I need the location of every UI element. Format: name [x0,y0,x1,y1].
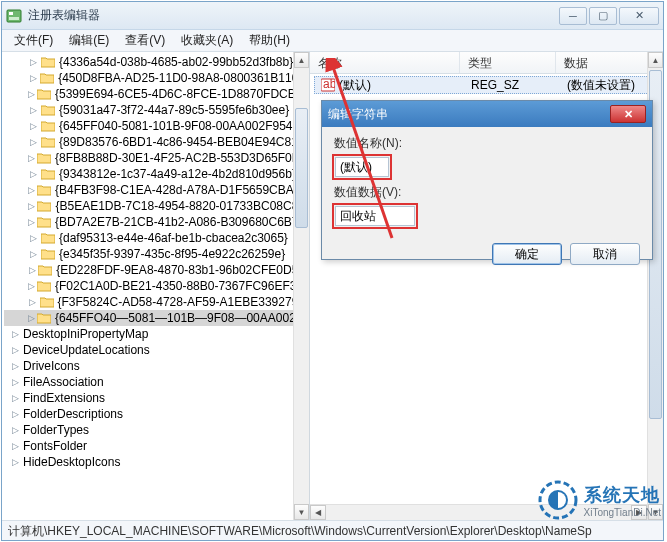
value-row-default[interactable]: ab (默认) REG_SZ (数值未设置) [314,76,659,94]
expand-icon[interactable]: ▷ [10,377,21,388]
tree-item[interactable]: ▷FileAssociation [4,374,309,390]
expand-icon[interactable]: ▷ [28,217,35,228]
tree-item-label: DeviceUpdateLocations [23,343,150,357]
folder-icon [37,88,51,100]
folder-icon [41,232,55,244]
tree-item[interactable]: ▷{450D8FBA-AD25-11D0-98A8-0800361B1103} [4,70,309,86]
scroll-up-icon[interactable]: ▲ [294,52,309,68]
tree-item[interactable]: ▷{8FB8B88D-30E1-4F25-AC2B-553D3D65F0EA} [4,150,309,166]
col-type[interactable]: 类型 [460,52,556,73]
tree-item[interactable]: ▷{645FF040-5081-101B-9F08-00AA002F954E} [4,118,309,134]
cancel-button[interactable]: 取消 [570,243,640,265]
tree-item[interactable]: ▷{F02C1A0D-BE21-4350-88B0-7367FC96EF3C} [4,278,309,294]
expand-icon[interactable]: ▷ [10,329,21,340]
tree-item[interactable]: ▷{e345f35f-9397-435c-8f95-4e922c26259e} [4,246,309,262]
tree-item[interactable]: ▷{ED228FDF-9EA8-4870-83b1-96b02CFE0D52} [4,262,309,278]
expand-icon[interactable]: ▷ [28,297,38,308]
tree-item[interactable]: ▷{645FFO40—5081—101B—9F08—00AA002F954E} [4,310,309,326]
string-value-icon: ab [321,78,335,92]
tree-item-label: {F02C1A0D-BE21-4350-88B0-7367FC96EF3C} [55,279,309,293]
tree-item[interactable]: ▷{B4FB3F98-C1EA-428d-A78A-D1F5659CBA93} [4,182,309,198]
tree-item[interactable]: ▷{B5EAE1DB-7C18-4954-8820-01733BC08C82} [4,198,309,214]
tree-item-label: {9343812e-1c37-4a49-a12e-4b2d810d956b} [59,167,296,181]
expand-icon[interactable]: ▷ [28,137,39,148]
tree-item[interactable]: ▷DriveIcons [4,358,309,374]
tree-item[interactable]: ▷{59031a47-3f72-44a7-89c5-5595fe6b30ee} [4,102,309,118]
tree-item-label: FileAssociation [23,375,104,389]
dialog-close-button[interactable]: ✕ [610,105,646,123]
expand-icon[interactable]: ▷ [10,393,21,404]
expand-icon[interactable]: ▷ [28,153,35,164]
svg-text:ab: ab [323,78,335,91]
folder-icon [37,152,51,164]
expand-icon[interactable]: ▷ [28,73,38,84]
expand-icon[interactable]: ▷ [28,57,39,68]
tree-item[interactable]: ▷{5399E694-6CE5-4D6C-8FCE-1D8870FDCBA0} [4,86,309,102]
tree-item[interactable]: ▷FolderTypes [4,422,309,438]
expand-icon[interactable]: ▷ [28,281,35,292]
tree-item[interactable]: ▷DeviceUpdateLocations [4,342,309,358]
expand-icon[interactable]: ▷ [10,425,21,436]
tree-item[interactable]: ▷{4336a54d-038b-4685-ab02-99bb52d3fb8b} [4,54,309,70]
ok-button[interactable]: 确定 [492,243,562,265]
menu-view[interactable]: 查看(V) [117,30,173,51]
dialog-title: 编辑字符串 [328,106,610,123]
menu-edit[interactable]: 编辑(E) [61,30,117,51]
titlebar[interactable]: 注册表编辑器 ─ ▢ ✕ [2,2,663,30]
scroll-left-icon[interactable]: ◀ [310,505,326,520]
menu-help[interactable]: 帮助(H) [241,30,298,51]
tree-item[interactable]: ▷{daf95313-e44e-46af-be1b-cbacea2c3065} [4,230,309,246]
menu-favorites[interactable]: 收藏夹(A) [173,30,241,51]
dialog-titlebar[interactable]: 编辑字符串 ✕ [322,101,652,127]
folder-icon [37,312,51,324]
watermark: 系统天地 XiTongTianDi.Net [538,480,661,520]
tree-item-label: FindExtensions [23,391,105,405]
tree-pane[interactable]: ▷{4336a54d-038b-4685-ab02-99bb52d3fb8b}▷… [2,52,310,520]
minimize-button[interactable]: ─ [559,7,587,25]
tree-item-label: {645FFO40—5081—101B—9F08—00AA002F954E} [55,311,310,325]
edit-string-dialog: 编辑字符串 ✕ 数值名称(N): 数值数据(V): 确定 取消 [321,100,653,260]
value-data-input[interactable] [335,206,415,226]
menu-file[interactable]: 文件(F) [6,30,61,51]
list-header[interactable]: 名称 类型 数据 [310,52,663,74]
expand-icon[interactable]: ▷ [28,249,39,260]
scroll-down-icon[interactable]: ▼ [294,504,309,520]
tree-item-label: {4336a54d-038b-4685-ab02-99bb52d3fb8b} [59,55,293,69]
folder-icon [41,104,55,116]
tree-item-label: {450D8FBA-AD25-11D0-98A8-0800361B1103} [58,71,309,85]
maximize-button[interactable]: ▢ [589,7,617,25]
close-button[interactable]: ✕ [619,7,659,25]
expand-icon[interactable]: ▷ [28,313,35,324]
col-name[interactable]: 名称 [310,52,460,73]
tree-item[interactable]: ▷{9343812e-1c37-4a49-a12e-4b2d810d956b} [4,166,309,182]
expand-icon[interactable]: ▷ [28,233,39,244]
tree-item[interactable]: ▷{89D83576-6BD1-4c86-9454-BEB04E94C819} [4,134,309,150]
statusbar: 计算机\HKEY_LOCAL_MACHINE\SOFTWARE\Microsof… [2,520,663,540]
expand-icon[interactable]: ▷ [10,457,21,468]
tree-item[interactable]: ▷FolderDescriptions [4,406,309,422]
scroll-thumb[interactable] [295,108,308,228]
expand-icon[interactable]: ▷ [10,345,21,356]
tree-item-label: FontsFolder [23,439,87,453]
expand-icon[interactable]: ▷ [10,361,21,372]
scroll-up-icon[interactable]: ▲ [648,52,663,68]
expand-icon[interactable]: ▷ [28,121,39,132]
expand-icon[interactable]: ▷ [28,89,35,100]
tree-item[interactable]: ▷{F3F5824C-AD58-4728-AF59-A1EBE3392799} [4,294,309,310]
tree-item[interactable]: ▷{BD7A2E7B-21CB-41b2-A086-B309680C6B7E} [4,214,309,230]
tree-item[interactable]: ▷FontsFolder [4,438,309,454]
value-name-input[interactable] [335,157,389,177]
expand-icon[interactable]: ▷ [28,185,35,196]
expand-icon[interactable]: ▷ [10,441,21,452]
tree-item-label: FolderTypes [23,423,89,437]
expand-icon[interactable]: ▷ [28,105,39,116]
tree-scrollbar[interactable]: ▲ ▼ [293,52,309,520]
expand-icon[interactable]: ▷ [10,409,21,420]
tree-item[interactable]: ▷HideDesktopIcons [4,454,309,470]
expand-icon[interactable]: ▷ [28,169,39,180]
tree-item[interactable]: ▷DesktopIniPropertyMap [4,326,309,342]
expand-icon[interactable]: ▷ [28,201,35,212]
tree-item[interactable]: ▷FindExtensions [4,390,309,406]
folder-icon [37,200,51,212]
expand-icon[interactable]: ▷ [28,265,36,276]
